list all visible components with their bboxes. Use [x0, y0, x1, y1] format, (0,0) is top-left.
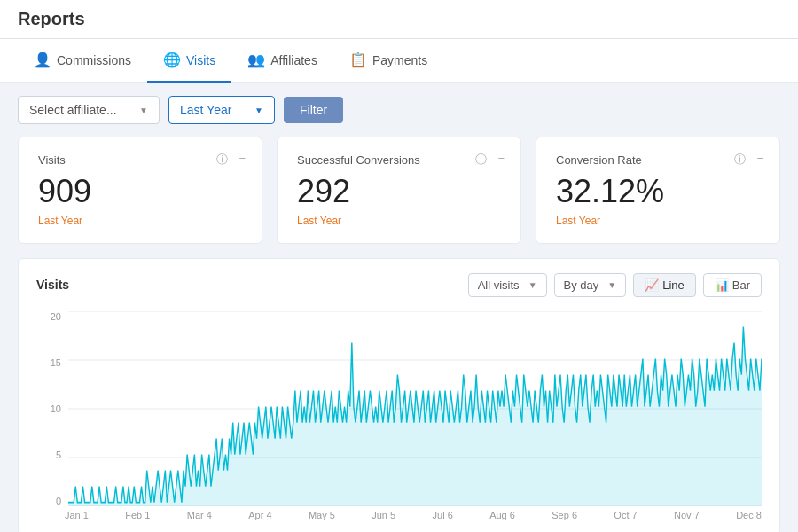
- by-day-chevron-icon: ▼: [607, 280, 616, 290]
- all-visits-select[interactable]: All visits ▼: [468, 273, 547, 297]
- x-axis-label: Sep 6: [552, 510, 577, 520]
- minimize-icon[interactable]: −: [494, 150, 508, 169]
- stat-actions: ⓘ −: [731, 150, 767, 169]
- stat-sub: Last Year: [556, 215, 760, 227]
- x-axis-label: Jul 6: [433, 510, 453, 520]
- info-icon[interactable]: ⓘ: [472, 150, 490, 169]
- by-day-select[interactable]: By day ▼: [554, 273, 627, 297]
- stat-sub: Last Year: [38, 215, 242, 227]
- x-axis-label: Nov 7: [674, 510, 700, 520]
- x-axis-label: Jan 1: [65, 510, 89, 520]
- y-axis-label: 0: [36, 496, 61, 506]
- affiliate-chevron-icon: ▼: [139, 106, 148, 115]
- tab-commissions[interactable]: 👤Commissions: [18, 39, 147, 83]
- commissions-tab-icon: 👤: [34, 51, 51, 68]
- stat-value: 292: [297, 174, 501, 209]
- chart-controls: All visits ▼ By day ▼ 📈 Line 📊 Bar: [468, 273, 762, 297]
- info-icon[interactable]: ⓘ: [213, 150, 231, 169]
- x-axis-label: Dec 8: [736, 510, 762, 520]
- affiliate-select[interactable]: Select affiliate... ▼: [18, 96, 160, 124]
- all-visits-label: All visits: [478, 278, 520, 292]
- stat-label: Visits: [38, 153, 242, 167]
- stat-label: Successful Conversions: [297, 153, 501, 167]
- period-select[interactable]: Last Year ▼: [168, 96, 275, 124]
- bar-chart-icon: 📊: [715, 278, 729, 292]
- affiliates-tab-label: Affiliates: [270, 53, 317, 67]
- page-title: Reports: [18, 9, 780, 29]
- tabs-bar: 👤Commissions🌐Visits👥Affiliates📋Payments: [0, 39, 798, 83]
- tab-affiliates[interactable]: 👥Affiliates: [231, 39, 333, 83]
- bar-label: Bar: [732, 278, 750, 292]
- affiliates-tab-icon: 👥: [247, 51, 265, 68]
- all-visits-chevron-icon: ▼: [528, 280, 537, 290]
- commissions-tab-label: Commissions: [57, 53, 131, 67]
- x-axis-label: Aug 6: [489, 510, 515, 520]
- stat-actions: ⓘ −: [213, 150, 249, 169]
- payments-tab-label: Payments: [372, 53, 427, 67]
- stat-card-conversion_rate: ⓘ − Conversion Rate 32.12% Last Year: [536, 137, 780, 244]
- stat-actions: ⓘ −: [472, 150, 508, 169]
- info-icon[interactable]: ⓘ: [731, 150, 749, 169]
- visits-tab-label: Visits: [186, 53, 215, 67]
- affiliate-select-label: Select affiliate...: [29, 103, 117, 117]
- stat-card-visits: ⓘ − Visits 909 Last Year: [18, 137, 262, 244]
- line-chart-icon: 📈: [645, 278, 659, 292]
- page-header: Reports: [0, 0, 798, 39]
- minimize-icon[interactable]: −: [753, 150, 767, 169]
- y-axis-label: 20: [36, 311, 61, 322]
- stat-value: 909: [38, 174, 242, 209]
- x-axis-label: Mar 4: [187, 510, 212, 520]
- period-select-label: Last Year: [180, 103, 231, 117]
- x-axis-label: Feb 1: [125, 510, 150, 520]
- chart-header: Visits All visits ▼ By day ▼ 📈 Line 📊 Ba…: [36, 273, 762, 297]
- minimize-icon[interactable]: −: [235, 150, 249, 169]
- x-axis-label: Oct 7: [614, 510, 637, 520]
- stat-label: Conversion Rate: [556, 153, 760, 167]
- y-axis-label: 15: [36, 357, 61, 368]
- chart-area: 05101520: [36, 311, 762, 506]
- x-axis-label: May 5: [309, 510, 335, 520]
- x-axis-label: Jun 5: [372, 510, 395, 520]
- y-axis-label: 10: [36, 403, 61, 414]
- period-chevron-icon: ▼: [254, 106, 263, 115]
- payments-tab-icon: 📋: [349, 51, 367, 68]
- visits-tab-icon: 🌐: [163, 51, 181, 68]
- stat-sub: Last Year: [297, 215, 501, 227]
- chart-title: Visits: [36, 278, 69, 292]
- tab-visits[interactable]: 🌐Visits: [147, 39, 231, 83]
- y-axis-label: 5: [36, 450, 61, 460]
- stat-card-conversions: ⓘ − Successful Conversions 292 Last Year: [277, 137, 521, 244]
- tab-payments[interactable]: 📋Payments: [333, 39, 443, 83]
- x-axis: Jan 1Feb 1Mar 4Apr 4May 5Jun 5Jul 6Aug 6…: [36, 506, 762, 520]
- filter-bar: Select affiliate... ▼ Last Year ▼ Filter: [0, 83, 798, 137]
- line-view-button[interactable]: 📈 Line: [633, 273, 696, 297]
- chart-section: Visits All visits ▼ By day ▼ 📈 Line 📊 Ba…: [18, 258, 780, 532]
- stats-row: ⓘ − Visits 909 Last Year ⓘ − Successful …: [0, 137, 798, 258]
- page-wrapper: Reports 👤Commissions🌐Visits👥Affiliates📋P…: [0, 0, 798, 532]
- by-day-label: By day: [564, 278, 599, 292]
- line-label: Line: [662, 278, 685, 292]
- y-axis-labels: 05101520: [36, 311, 61, 506]
- filter-button[interactable]: Filter: [284, 97, 343, 123]
- bar-view-button[interactable]: 📊 Bar: [703, 273, 762, 297]
- x-axis-label: Apr 4: [248, 510, 271, 520]
- visits-chart-svg: [68, 311, 762, 506]
- stat-value: 32.12%: [556, 174, 760, 209]
